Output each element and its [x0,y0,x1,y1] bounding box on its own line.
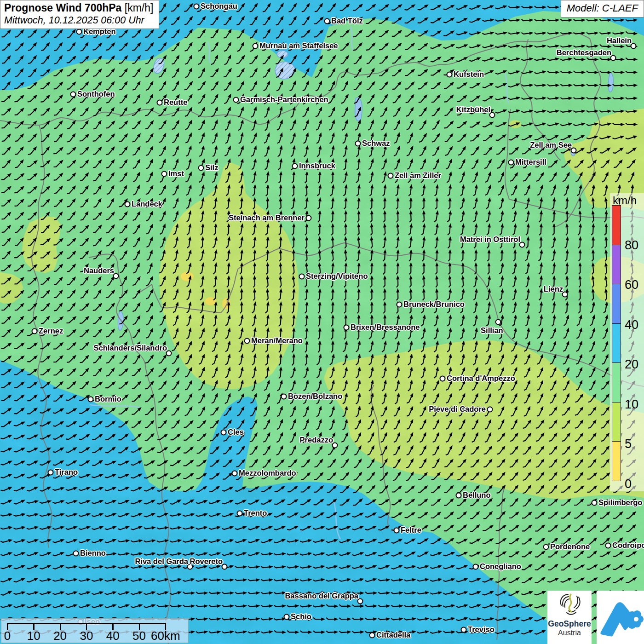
geosphere-logo-box: GeoSphere Austria [547,591,592,644]
title-main: Prognose Wind 700hPa [4,2,121,14]
model-label: Modell: C-LAEF [561,0,644,17]
legend-band [612,245,621,285]
legend-tick-label: 40 [625,319,638,331]
legend-band [612,402,621,442]
geosphere-country: Austria [547,629,592,637]
title-datetime: Mittwoch, 10.12.2025 06:00 Uhr [4,15,153,26]
wind-speed-map [0,0,644,644]
weather-map-frame: SchongauBad TölzKemptenMurnau am Staffel… [0,0,644,644]
partner-logo-box [597,591,644,644]
geosphere-name: GeoSphere [547,619,592,629]
page-title: Prognose Wind 700hPa [km/h] [4,2,153,14]
lake-koenigssee [608,73,613,92]
legend-band [612,441,621,481]
legend-tick-label: 0 [625,478,632,490]
mountain-cloud-logo-icon [597,591,644,644]
legend-band [612,284,621,324]
scalebar-tick-label: 50 [132,629,146,643]
legend: km/h 806040201050 [610,193,644,491]
title-box: Prognose Wind 700hPa [km/h] Mittwoch, 10… [0,0,159,29]
legend-band [612,362,621,402]
legend-tick-label: 20 [625,358,638,371]
scalebar-tick-label: 40 [106,629,120,643]
geosphere-contour-logo-icon [557,591,582,617]
lake-zellersee [571,148,575,156]
legend-tick-label: 60 [625,279,638,291]
scalebar-tick-label: 60km [151,629,180,643]
legend-color-bar [612,206,621,481]
legend-tick-label: 80 [625,239,638,252]
distance-scalebar: 0102030405060km [1,618,189,643]
legend-band [612,323,621,363]
scalebar-tick-label: 0 [4,629,11,643]
title-unit: [km/h] [121,2,153,14]
legend-tick-label: 5 [625,438,632,450]
legend-tick-label: 10 [625,398,638,411]
legend-band [612,205,621,245]
scalebar-tick-label: 10 [27,629,40,643]
scalebar-tick-label: 30 [80,629,93,643]
scalebar-tick-label: 20 [53,629,67,643]
